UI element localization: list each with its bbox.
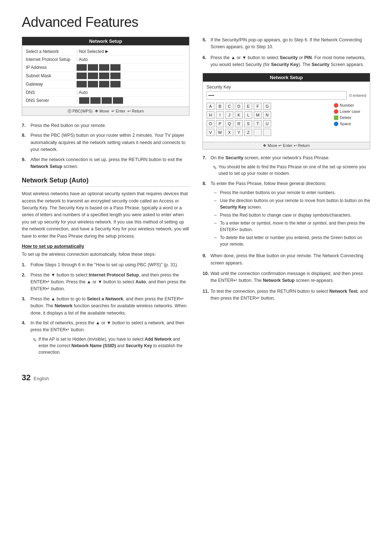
note-text: If the AP is set to Hidden (Invisible), … <box>38 336 189 356</box>
note-7-text: You should be able to find the Pass Phra… <box>219 164 370 177</box>
auto-steps-list: 1. Follow Steps 1 through 6 in the "How … <box>22 262 189 355</box>
key-Z[interactable]: Z <box>244 129 252 136</box>
sub-text-2: Use the direction buttons on your remote… <box>220 197 370 210</box>
key-C[interactable]: C <box>225 103 233 110</box>
network-box-title: Network Setup <box>22 37 189 45</box>
step-num-9: 9. <box>22 156 29 171</box>
key-S[interactable]: S <box>244 120 252 127</box>
key-T[interactable]: T <box>254 120 262 127</box>
right-step-5-text: If the Security/PIN pop-up appears, go t… <box>211 37 370 51</box>
network-value-dns: : Auto <box>77 90 88 95</box>
network-row-subnet: Subnet Mask <box>26 72 185 80</box>
auto-step-3: 3. Press the ▲ button to go to Select a … <box>22 296 189 317</box>
right-step-6-text: Press the ▲ or ▼ button to select Securi… <box>211 54 370 69</box>
security-input-field[interactable]: — <box>207 91 347 100</box>
pixel-block <box>77 64 87 71</box>
network-setup-box: Network Setup Select a Network : Not Sel… <box>22 37 189 116</box>
key-G[interactable]: G <box>263 103 271 110</box>
security-entered-text: 0 entered <box>350 93 366 98</box>
right-step-11: 11. To test the connection, press the RE… <box>203 288 370 302</box>
sub-text-3: Press the Red button to change case or d… <box>220 212 351 218</box>
red-button2-icon: 🔴 <box>334 109 339 114</box>
auto-step-4: 4. In the list of networks, press the ▲ … <box>22 320 189 356</box>
sub-item-2: Use the direction buttons on your remote… <box>214 197 370 210</box>
network-row-gateway: Gateway <box>26 80 185 89</box>
page-number-row: 32 English <box>22 373 370 382</box>
key-X[interactable]: X <box>225 129 233 136</box>
key-W[interactable]: W <box>216 129 224 136</box>
key-func-space: 🔵 Space <box>334 121 366 127</box>
key-Y[interactable]: Y <box>235 129 243 136</box>
right-step-7-note: ✎ You should be able to find the Pass Ph… <box>213 164 370 177</box>
right-step-5: 5. If the Security/PIN pop-up appears, g… <box>203 37 370 51</box>
key-B[interactable]: B <box>216 103 224 110</box>
key-P[interactable]: P <box>216 120 224 127</box>
pixel-block <box>102 97 112 104</box>
red-button-icon: 🔴 <box>334 103 339 108</box>
step-num-7: 7. <box>22 122 29 129</box>
section-heading: Network Setup (Auto) <box>22 177 189 187</box>
arrow-icon: ▶ <box>105 49 108 54</box>
right-step-8-text: To enter the Pass Phrase, follow these g… <box>211 180 370 249</box>
key-func-lowercase: 🔴 Lower case <box>334 109 366 114</box>
step-8-sublist: Press the number buttons on your remote … <box>214 189 370 247</box>
key-func-delete-label: Delete <box>340 115 351 120</box>
network-value-protocol: : Auto <box>77 57 88 62</box>
key-M[interactable]: M <box>254 111 262 119</box>
step-7-text: Press the Red button on your remote. <box>30 122 189 129</box>
pixel-block <box>110 73 121 79</box>
section-body: Most wireless networks have an optional … <box>22 190 189 240</box>
right-step-11-text: To test the connection, press the RETURN… <box>211 288 370 302</box>
key-R[interactable]: R <box>235 120 243 127</box>
pixel-blocks-dns <box>79 97 123 104</box>
key-F[interactable]: F <box>254 103 262 110</box>
key-I[interactable]: I <box>216 111 224 119</box>
pixel-block <box>90 97 101 104</box>
network-box-body: Select a Network : Not Selected ▶ Intern… <box>22 45 189 107</box>
key-row-ag: A B C D E F G <box>207 103 331 110</box>
network-row-ip: IP Address <box>26 63 185 72</box>
key-E[interactable]: E <box>244 103 252 110</box>
network-row-dns: DNS : Auto <box>26 89 185 97</box>
right-steps-list: 5. If the Security/PIN pop-up appears, g… <box>203 37 370 69</box>
pixel-block <box>99 81 109 87</box>
sub-text-1: Press the number buttons on your remote … <box>220 189 336 196</box>
step-num-8: 8. <box>22 132 29 153</box>
key-U[interactable]: U <box>263 120 271 127</box>
pixel-block <box>88 73 98 79</box>
network-label-dns: DNS <box>26 90 77 95</box>
key-J[interactable]: J <box>225 111 233 119</box>
main-content: Network Setup Select a Network : Not Sel… <box>22 37 370 358</box>
sub-item-4: To a enter letter or symbol, move to the… <box>214 220 370 233</box>
green-button-icon: 🟩 <box>334 115 339 120</box>
pixel-block <box>99 73 109 79</box>
key-func-delete: 🟩 Delete <box>334 115 366 120</box>
sub-item-3: Press the Red button to change case or d… <box>214 212 370 218</box>
right-step-6: 6. Press the ▲ or ▼ button to select Sec… <box>203 54 370 69</box>
pixel-blocks-ip <box>77 64 121 71</box>
key-D[interactable]: D <box>235 103 243 110</box>
keyboard-left: A B C D E F G H I J K <box>207 103 331 137</box>
right-step-num-11: 11. <box>203 288 211 302</box>
right-step-num-7: 7. <box>203 155 211 177</box>
network-value-select: : Not Selected ▶ <box>77 49 108 54</box>
auto-step-4-text: In the list of networks, press the ▲ or … <box>30 320 189 356</box>
left-steps-list: 7. Press the Red button on your remote. … <box>22 122 189 170</box>
key-H[interactable]: H <box>207 111 215 119</box>
key-func-number-label: Number <box>340 103 354 107</box>
key-Q[interactable]: Q <box>225 120 233 127</box>
key-A[interactable]: A <box>207 103 215 110</box>
key-L[interactable]: L <box>244 111 252 119</box>
step-4-note: ✎ If the AP is set to Hidden (Invisible)… <box>33 336 189 356</box>
key-V[interactable]: V <box>207 129 215 136</box>
page-title: Advanced Features <box>22 15 370 30</box>
page-language: English <box>33 376 49 381</box>
network-label-protocol: Internet Protocol Setup <box>26 57 77 62</box>
key-N[interactable]: N <box>263 111 271 119</box>
key-K[interactable]: K <box>235 111 243 119</box>
network-row-protocol: Internet Protocol Setup : Auto <box>26 56 185 63</box>
step-8-text: Press the PBC (WPS) button on your route… <box>30 132 189 153</box>
pixel-block <box>88 64 98 71</box>
key-func-lowercase-label: Lower case <box>340 109 360 114</box>
key-O[interactable]: O <box>207 120 215 127</box>
